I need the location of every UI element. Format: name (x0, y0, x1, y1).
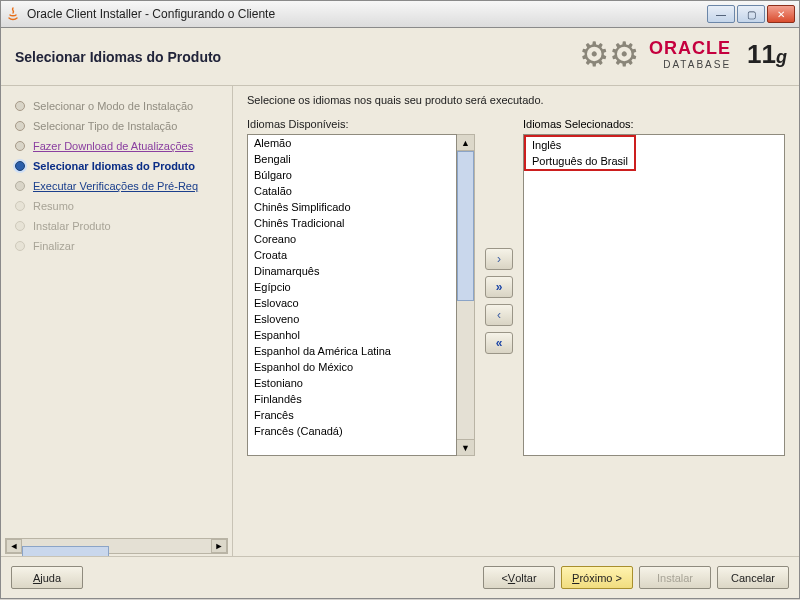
brand-word: ORACLE (649, 38, 731, 59)
list-item[interactable]: Inglês (526, 137, 634, 153)
step-link[interactable]: Executar Verificações de Pré-Req (33, 180, 198, 192)
step-dot-icon (15, 161, 25, 171)
help-button[interactable]: Ajuda (11, 566, 83, 589)
step-summary: Resumo (1, 196, 232, 216)
add-all-button[interactable]: » (485, 276, 513, 298)
list-item[interactable]: Chinês Simplificado (248, 199, 456, 215)
list-item[interactable]: Francês (248, 407, 456, 423)
list-item[interactable]: Esloveno (248, 311, 456, 327)
list-item[interactable]: Chinês Tradicional (248, 215, 456, 231)
list-item[interactable]: Coreano (248, 231, 456, 247)
list-item[interactable]: Alemão (248, 135, 456, 151)
step-dot-icon (15, 241, 25, 251)
available-languages-listbox[interactable]: AlemãoBengaliBúlgaroCatalãoChinês Simpli… (247, 134, 457, 456)
list-item[interactable]: Finlandês (248, 391, 456, 407)
list-item[interactable]: Bengali (248, 151, 456, 167)
available-languages-label: Idiomas Disponíveis: (247, 118, 475, 130)
brand-sub: DATABASE (649, 59, 731, 70)
window-title: Oracle Client Installer - Configurando o… (27, 7, 707, 21)
title-bar: Oracle Client Installer - Configurando o… (0, 0, 800, 28)
list-item[interactable]: Eslovaco (248, 295, 456, 311)
step-prereq-checks[interactable]: Executar Verificações de Pré-Req (1, 176, 232, 196)
step-download-updates[interactable]: Fazer Download de Atualizações (1, 136, 232, 156)
step-label: Selecionar o Modo de Instalação (33, 100, 193, 112)
next-button[interactable]: Próximo > (561, 566, 633, 589)
step-label: Selecionar Tipo de Instalação (33, 120, 177, 132)
list-item[interactable]: Espanhol do México (248, 359, 456, 375)
list-item[interactable]: Dinamarquês (248, 263, 456, 279)
java-icon (5, 6, 21, 22)
instruction-text: Selecione os idiomas nos quais seu produ… (247, 94, 785, 106)
brand-version: 11g (747, 39, 787, 70)
header-band: Selecionar Idiomas do Produto ⚙⚙ ORACLE … (1, 28, 799, 86)
list-item[interactable]: Português do Brasil (526, 153, 634, 169)
close-button[interactable]: ✕ (767, 5, 795, 23)
step-install-type: Selecionar Tipo de Instalação (1, 116, 232, 136)
list-item[interactable]: Catalão (248, 183, 456, 199)
cancel-button[interactable]: Cancelar (717, 566, 789, 589)
scroll-down-icon[interactable]: ▼ (457, 439, 474, 455)
button-bar: Ajuda < Voltar Próximo > Instalar Cancel… (1, 556, 799, 598)
gears-icon: ⚙⚙ (579, 34, 639, 74)
step-dot-icon (15, 201, 25, 211)
back-button[interactable]: < Voltar (483, 566, 555, 589)
available-scrollbar[interactable]: ▲ ▼ (457, 134, 475, 456)
selected-languages-listbox[interactable]: InglêsPortuguês do Brasil (523, 134, 785, 456)
step-dot-icon (15, 141, 25, 151)
step-dot-icon (15, 101, 25, 111)
list-item[interactable]: Croata (248, 247, 456, 263)
scroll-right-icon[interactable]: ► (211, 539, 227, 553)
highlight-frame: InglêsPortuguês do Brasil (524, 135, 636, 171)
minimize-button[interactable]: — (707, 5, 735, 23)
shuttle-buttons: › » ‹ « (485, 248, 513, 354)
step-install-mode: Selecionar o Modo de Instalação (1, 96, 232, 116)
step-label: Finalizar (33, 240, 75, 252)
step-link[interactable]: Fazer Download de Atualizações (33, 140, 193, 152)
install-button: Instalar (639, 566, 711, 589)
step-install-product: Instalar Produto (1, 216, 232, 236)
list-item[interactable]: Espanhol (248, 327, 456, 343)
remove-button[interactable]: ‹ (485, 304, 513, 326)
page-title: Selecionar Idiomas do Produto (15, 49, 221, 65)
wizard-steps: Selecionar o Modo de Instalação Selecion… (1, 86, 233, 556)
list-item[interactable]: Búlgaro (248, 167, 456, 183)
add-button[interactable]: › (485, 248, 513, 270)
scrollbar-thumb[interactable] (22, 546, 109, 556)
list-item[interactable]: Estoniano (248, 375, 456, 391)
scroll-up-icon[interactable]: ▲ (457, 135, 474, 151)
list-item[interactable]: Espanhol da América Latina (248, 343, 456, 359)
maximize-button[interactable]: ▢ (737, 5, 765, 23)
list-item[interactable]: Francês (Canadá) (248, 423, 456, 439)
step-dot-icon (15, 181, 25, 191)
remove-all-button[interactable]: « (485, 332, 513, 354)
step-finish: Finalizar (1, 236, 232, 256)
list-item[interactable]: Egípcio (248, 279, 456, 295)
scroll-left-icon[interactable]: ◄ (6, 539, 22, 553)
brand-logo: ⚙⚙ ORACLE DATABASE 11g (579, 34, 787, 74)
step-product-languages: Selecionar Idiomas do Produto (1, 156, 232, 176)
selected-languages-label: Idiomas Selecionados: (523, 118, 785, 130)
step-dot-icon (15, 221, 25, 231)
step-label: Instalar Produto (33, 220, 111, 232)
steps-horizontal-scrollbar[interactable]: ◄ ► (5, 538, 228, 554)
step-label: Selecionar Idiomas do Produto (33, 160, 195, 172)
scrollbar-thumb[interactable] (457, 151, 474, 301)
step-dot-icon (15, 121, 25, 131)
step-label: Resumo (33, 200, 74, 212)
